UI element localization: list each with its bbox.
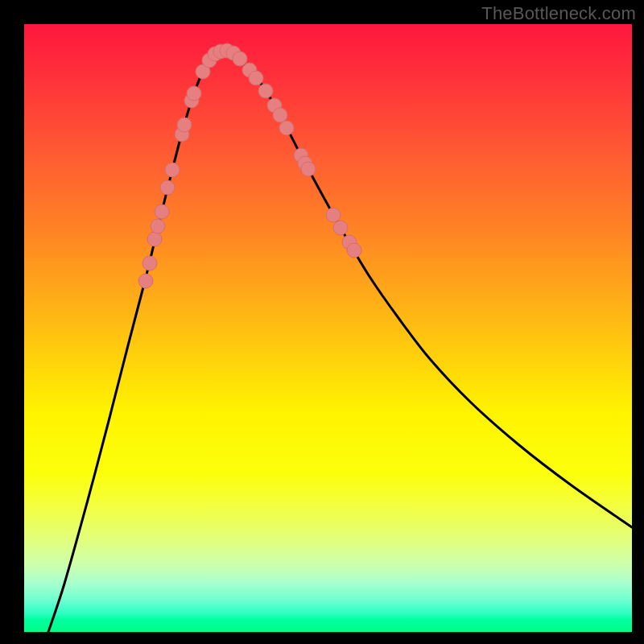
marker-dot <box>301 162 316 176</box>
marker-dot <box>233 52 247 66</box>
marker-dot <box>155 204 169 219</box>
watermark-text: TheBottleneck.com <box>481 3 636 24</box>
marker-dot <box>142 256 157 270</box>
marker-dot <box>187 86 201 101</box>
curve-svg <box>24 24 632 632</box>
marker-dot <box>258 84 273 98</box>
marker-dot <box>165 163 180 177</box>
chart-frame: TheBottleneck.com <box>0 0 644 644</box>
bottleneck-curve <box>48 52 632 632</box>
marker-dot <box>138 274 153 288</box>
marker-dot <box>326 208 341 222</box>
plot-area <box>24 24 632 632</box>
marker-dot <box>160 180 175 195</box>
marker-dot <box>333 221 348 235</box>
marker-dot <box>151 219 165 233</box>
marker-dot <box>249 71 263 85</box>
marker-dot <box>177 118 192 132</box>
marker-dot <box>347 243 361 258</box>
marker-dot <box>147 232 162 246</box>
marker-group <box>138 43 361 288</box>
marker-dot <box>279 121 294 135</box>
marker-dot <box>273 108 287 122</box>
